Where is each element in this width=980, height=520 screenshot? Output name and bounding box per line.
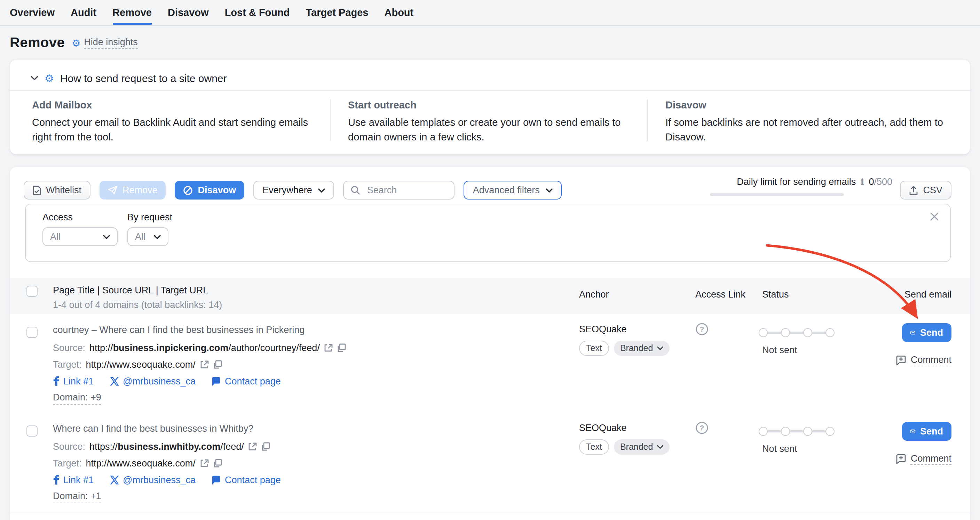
insights-panel-title: How to send request to a site owner	[60, 72, 227, 84]
step-circle	[781, 328, 790, 337]
tab-target-pages[interactable]: Target Pages	[305, 0, 368, 25]
step-circle	[759, 328, 768, 337]
access-link-help-icon[interactable]: ?	[695, 421, 708, 434]
remove-button[interactable]: Remove	[100, 181, 166, 200]
x-link[interactable]: @mrbusiness_ca	[110, 376, 196, 387]
x-link[interactable]: @mrbusiness_ca	[110, 475, 196, 485]
row-checkbox[interactable]	[27, 425, 38, 437]
status-text: Not sent	[762, 444, 797, 454]
search-input[interactable]	[366, 184, 445, 196]
send-label: Send	[920, 327, 943, 338]
facebook-link[interactable]: Link #1	[53, 475, 94, 485]
status-stepper	[759, 328, 835, 337]
hide-insights-toggle[interactable]: ⚙ Hide insights	[72, 37, 138, 49]
copy-icon[interactable]	[261, 442, 270, 451]
daily-limit-max: /500	[874, 177, 892, 187]
envelope-icon	[910, 329, 915, 336]
external-link-icon[interactable]	[200, 459, 209, 468]
external-link-icon[interactable]	[324, 343, 333, 352]
x-link-label: @mrbusiness_ca	[123, 376, 196, 387]
info-icon[interactable]: ℹ	[861, 177, 864, 187]
backlinks-table-card: Whitelist Remove Disavow Everywhere Adva…	[10, 167, 970, 520]
page-title-cell: Where can I find the best businesses in …	[53, 423, 253, 434]
disavow-button[interactable]: Disavow	[175, 181, 245, 200]
external-link-icon[interactable]	[248, 442, 257, 451]
column-anchor: Anchor	[579, 289, 609, 300]
tab-lost-and-found[interactable]: Lost & Found	[225, 0, 290, 25]
facebook-link[interactable]: Link #1	[53, 376, 94, 387]
step-line	[768, 332, 781, 334]
select-all-checkbox[interactable]	[27, 286, 38, 297]
document-check-icon	[33, 185, 41, 195]
row-checkbox[interactable]	[27, 327, 38, 338]
advanced-filters-button[interactable]: Advanced filters	[464, 181, 562, 200]
daily-limit: Daily limit for sending emails ℹ 0/500	[710, 177, 892, 196]
send-button[interactable]: Send	[902, 422, 951, 441]
remove-label: Remove	[123, 185, 158, 195]
anchor-category-value: Branded	[620, 343, 653, 353]
gear-icon: ⚙	[72, 38, 80, 48]
copy-icon[interactable]	[213, 360, 222, 369]
contact-page-link[interactable]: Contact page	[212, 475, 281, 485]
anchor-type-tag: Text	[579, 341, 609, 356]
anchor-text: SEOQuake	[579, 423, 627, 433]
close-filters-icon[interactable]	[930, 212, 939, 221]
column-access-link: Access Link	[695, 289, 745, 300]
source-label: Source:	[53, 441, 85, 452]
domain-more-link[interactable]: Domain: +9	[53, 392, 101, 404]
page-title-cell: courtney – Where can I find the best bus…	[53, 324, 304, 336]
domain-more-line: Domain: +9	[53, 392, 101, 404]
copy-icon[interactable]	[213, 459, 222, 468]
whitelist-label: Whitelist	[46, 185, 81, 195]
access-filter-value: All	[50, 231, 60, 242]
comment-link[interactable]: Comment	[896, 355, 951, 366]
tab-remove[interactable]: Remove	[112, 0, 152, 25]
comment-link[interactable]: Comment	[896, 453, 951, 465]
social-links-line: Link #1 @mrbusiness_ca Contact page	[53, 474, 293, 486]
comment-label: Comment	[911, 453, 951, 465]
access-link-help-icon[interactable]: ?	[695, 323, 708, 336]
insight-body: Connect your email to Backlink Audit and…	[32, 116, 309, 144]
tab-about[interactable]: About	[384, 0, 414, 25]
access-filter-select[interactable]: All	[43, 227, 118, 246]
chevron-down-icon	[103, 235, 110, 239]
status-stepper	[759, 427, 835, 436]
send-button[interactable]: Send	[902, 323, 951, 342]
external-link-icon[interactable]	[200, 360, 209, 369]
target-url-line: Target: http://www.seoquake.com/	[53, 359, 222, 371]
insights-panel-header[interactable]: ⚙ How to send request to a site owner	[30, 68, 227, 87]
contact-page-link[interactable]: Contact page	[212, 376, 281, 387]
hide-insights-label: Hide insights	[84, 37, 138, 49]
comment-label: Comment	[911, 355, 951, 366]
chevron-down-icon	[657, 445, 663, 449]
no-entry-icon	[183, 185, 193, 195]
copy-icon[interactable]	[337, 343, 346, 352]
domain-more-link[interactable]: Domain: +1	[53, 490, 101, 503]
anchor-category-dropdown[interactable]: Branded	[614, 341, 670, 356]
scope-dropdown[interactable]: Everywhere	[253, 181, 334, 200]
by-request-filter-select[interactable]: All	[127, 227, 169, 246]
contact-bubble-icon	[212, 376, 221, 386]
status-text: Not sent	[762, 345, 797, 355]
comment-plus-icon	[896, 454, 907, 465]
tab-disavow[interactable]: Disavow	[168, 0, 209, 25]
contact-bubble-icon	[212, 475, 221, 485]
insight-start-outreach: Start outreach Use available templates o…	[348, 100, 649, 144]
domain-more-line: Domain: +1	[53, 491, 101, 503]
svg-text:?: ?	[700, 325, 705, 333]
whitelist-button[interactable]: Whitelist	[24, 181, 91, 200]
chevron-down-icon	[546, 188, 553, 192]
anchor-category-dropdown[interactable]: Branded	[614, 439, 670, 455]
daily-limit-label: Daily limit for sending emails	[737, 177, 856, 187]
column-status: Status	[762, 289, 789, 300]
svg-text:?: ?	[700, 424, 705, 432]
source-label: Source:	[53, 343, 85, 353]
source-url: http://business.inpickering.com/author/c…	[89, 343, 320, 353]
divider	[647, 100, 648, 141]
search-box	[344, 181, 455, 200]
tab-audit[interactable]: Audit	[71, 0, 96, 25]
target-url: http://www.seoquake.com/	[86, 458, 196, 469]
tab-overview[interactable]: Overview	[10, 0, 55, 25]
export-csv-button[interactable]: CSV	[900, 181, 951, 200]
insight-body: Use available templates or create your o…	[348, 116, 649, 144]
